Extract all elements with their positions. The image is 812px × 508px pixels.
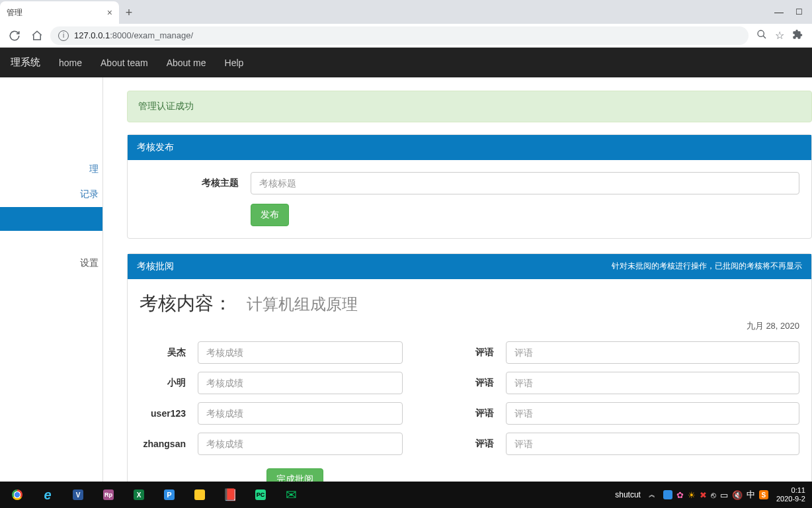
svg-line-1 [763,36,766,38]
alert-message: 管理认证成功 [138,101,194,111]
clock-time: 0:11 [776,486,805,495]
comment-label: 评语 [415,377,494,389]
chrome-icon[interactable] [3,482,32,508]
browser-tab[interactable]: 管理 × [0,1,119,24]
nav-link-about-team[interactable]: About team [101,58,148,68]
comment-input[interactable] [506,402,799,425]
tray-x-icon[interactable]: ✖ [700,490,707,500]
nav-link-help[interactable]: Help [225,58,244,68]
score-input[interactable] [198,372,403,394]
ime-icon[interactable]: 中 [747,489,755,501]
reload-icon[interactable] [5,26,24,45]
extensions-icon[interactable] [792,29,803,42]
publish-panel-heading: 考核发布 [128,135,811,160]
publish-panel: 考核发布 考核主题 发布 [127,134,812,239]
bookmark-star-icon[interactable]: ☆ [775,29,784,42]
alert-success: 管理认证成功 [127,91,812,122]
sidebar-item-manage[interactable]: 理 [0,157,102,182]
tray-app-icon[interactable] [663,490,672,499]
home-icon[interactable] [28,26,46,45]
url-text: 127.0.0.1:8000/exam_manage/ [74,30,193,40]
pycharm-icon[interactable]: PC [246,482,275,508]
sidebar-item-records[interactable]: 记录 [0,182,102,207]
student-name: 吴杰 [140,347,186,359]
comment-input[interactable] [506,372,799,394]
sidebar-item-settings[interactable]: 设置 [0,251,102,276]
comment-input[interactable] [506,433,799,455]
tray-sun-icon[interactable]: ☀ [688,490,696,500]
sidebar-item-active[interactable] [0,207,102,231]
navbar-brand[interactable]: 理系统 [11,56,40,69]
taskbar-clock[interactable]: 0:11 2020-9-2 [776,486,805,503]
close-icon[interactable]: × [107,7,112,18]
student-name: zhangsan [140,439,186,449]
review-panel-hint: 针对未批阅的考核进行操作，已批阅的考核将不再显示 [612,261,802,273]
score-input[interactable] [198,341,403,364]
main-content: 管理认证成功 考核发布 考核主题 发布 考核批阅 针对未批阅的考核进行操作，已批… [103,77,812,482]
shortcut-label[interactable]: shutcut [615,490,641,499]
topic-input[interactable] [251,172,799,194]
score-input[interactable] [198,433,403,455]
review-panel-heading: 考核批阅 针对未批阅的考核进行操作，已批阅的考核将不再显示 [128,254,811,279]
visio-icon[interactable]: V [63,482,93,508]
content-date: 九月 28, 2020 [140,320,799,332]
url-input[interactable]: i 127.0.0.1:8000/exam_manage/ [50,26,749,45]
nav-link-about-me[interactable]: About me [167,58,206,68]
volume-mute-icon[interactable]: 🔇 [732,490,743,500]
app-p-icon[interactable]: P [155,482,184,508]
maximize-icon[interactable]: ☐ [795,7,803,17]
main-navbar: 理系统 home About team About me Help [0,48,812,77]
review-panel-title: 考核批阅 [137,261,174,273]
content-title: 考核内容： 计算机组成原理 [140,291,799,316]
explorer-icon[interactable] [185,482,214,508]
wechat-icon[interactable]: ✉ [276,482,305,508]
wifi-icon[interactable]: ⎋ [711,490,716,500]
comment-input[interactable] [506,341,799,364]
zoom-icon[interactable] [756,29,767,42]
ie-icon[interactable]: e [33,482,62,508]
svg-point-0 [758,30,764,36]
clock-date: 2020-9-2 [776,495,805,503]
publish-panel-title: 考核发布 [137,142,174,153]
student-name: 小明 [140,377,186,389]
excel-icon[interactable]: X [124,482,153,508]
taskbar: e V Rp X P 📕 PC ✉ shutcut ︽ ✿ ☀ ✖ ⎋ ▭ 🔇 … [0,482,812,508]
browser-tab-strip: 管理 × + — ☐ [0,0,812,24]
tray-icons: ✿ ☀ ✖ ⎋ ▭ 🔇 中 S [663,489,768,501]
tab-title: 管理 [7,7,22,19]
tray-flower-icon[interactable]: ✿ [676,490,684,500]
tray-s-icon[interactable]: S [759,490,768,499]
publish-button[interactable]: 发布 [251,204,289,226]
grade-grid: 吴杰 评语 小明 评语 user123 评语 zhangsan 评语 [140,341,799,482]
finish-review-button[interactable]: 完成批阅 [266,468,323,482]
minimize-icon[interactable]: — [774,7,784,17]
student-name: user123 [140,408,186,419]
battery-icon[interactable]: ▭ [720,490,728,500]
content-title-value: 计算机组成原理 [247,294,358,315]
nav-link-home[interactable]: home [59,58,82,68]
sidebar: 理 记录 设置 [0,77,103,482]
site-info-icon[interactable]: i [58,30,69,41]
rp-icon[interactable]: Rp [94,482,123,508]
new-tab-button[interactable]: + [119,1,139,24]
content-title-label: 考核内容： [140,291,232,316]
address-bar: i 127.0.0.1:8000/exam_manage/ ☆ [0,24,812,48]
book-icon[interactable]: 📕 [216,482,245,508]
topic-label: 考核主题 [140,177,239,189]
comment-label: 评语 [415,407,494,419]
comment-label: 评语 [415,438,494,450]
score-input[interactable] [198,402,403,425]
review-panel: 考核批阅 针对未批阅的考核进行操作，已批阅的考核将不再显示 考核内容： 计算机组… [127,253,812,482]
comment-label: 评语 [415,347,494,359]
chevron-up-icon[interactable]: ︽ [649,490,655,499]
